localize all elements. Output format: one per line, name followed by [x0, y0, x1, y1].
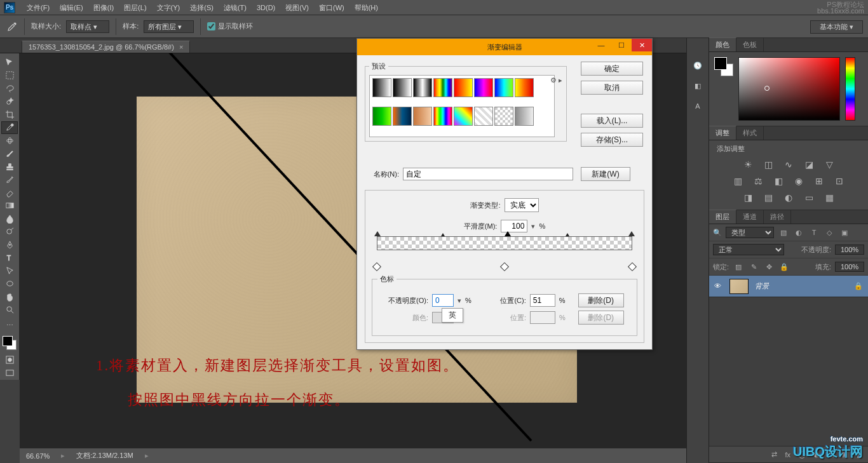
gradient-preset[interactable] [393, 107, 412, 126]
history-panel-icon[interactable]: 🕓 [691, 58, 705, 72]
marquee-tool[interactable] [1, 69, 18, 83]
lock-position-icon[interactable]: ✥ [763, 261, 775, 272]
tab-paths[interactable]: 路径 [764, 210, 791, 224]
color-stop[interactable] [372, 262, 381, 271]
eraser-tool[interactable] [1, 186, 18, 199]
opacity-midpoint[interactable] [566, 233, 569, 236]
move-tool[interactable] [1, 56, 18, 69]
shape-tool[interactable] [1, 278, 18, 291]
invert-icon[interactable]: ◨ [742, 192, 754, 203]
show-sample-ring-checkbox[interactable]: 显示取样环 [207, 22, 253, 31]
delete-stop-button[interactable]: 删除(D) [578, 293, 624, 307]
gradient-preset[interactable] [433, 78, 452, 97]
visibility-icon[interactable]: 👁 [714, 282, 723, 291]
tab-channels[interactable]: 通道 [736, 210, 764, 224]
menu-help[interactable]: 帮助(H) [349, 0, 383, 15]
heal-tool[interactable] [1, 134, 18, 147]
zoom-level[interactable]: 66.67% [26, 452, 50, 460]
minimize-button[interactable]: — [591, 39, 611, 51]
gradient-preset[interactable] [393, 78, 412, 97]
hue-slider[interactable] [845, 57, 855, 121]
menu-image[interactable]: 图像(I) [88, 0, 119, 15]
gradient-bar[interactable] [377, 236, 632, 264]
workspace-switcher[interactable]: 基本功能 ▾ [810, 20, 863, 34]
lasso-tool[interactable] [1, 82, 18, 95]
levels-icon[interactable]: ◫ [763, 159, 774, 170]
menu-layer[interactable]: 图层(L) [119, 0, 151, 15]
lookup-icon[interactable]: ⊡ [834, 175, 845, 187]
save-button[interactable]: 存储(S)... [581, 133, 643, 147]
gradient-preset[interactable] [454, 78, 473, 97]
link-layers-icon[interactable]: ⇄ [771, 450, 777, 459]
brightness-icon[interactable]: ☀ [742, 159, 754, 170]
gradient-type-select[interactable]: 实底 [505, 198, 539, 212]
menu-3d[interactable]: 3D(D) [252, 0, 280, 15]
ime-indicator[interactable]: 英 [442, 308, 463, 323]
document-tab[interactable]: 1576353_130815054_2.jpg @ 66.7%(RGB/8#) … [22, 41, 190, 53]
cancel-button[interactable]: 取消 [581, 81, 643, 95]
smoothness-input[interactable] [501, 220, 527, 232]
gradient-preset[interactable] [474, 78, 493, 97]
edit-toolbar[interactable]: ⋯ [1, 319, 18, 332]
exposure-icon[interactable]: ◪ [803, 159, 815, 170]
tab-adjustments[interactable]: 调整 [709, 126, 736, 140]
character-panel-icon[interactable]: A [691, 99, 705, 113]
sample-size-select[interactable]: 取样点 ▾ [66, 20, 109, 33]
layer-thumbnail[interactable] [729, 279, 749, 294]
gradient-preset[interactable] [433, 107, 452, 126]
dialog-title-bar[interactable]: 渐变编辑器 — ☐ ✕ [357, 39, 652, 55]
color-stop[interactable] [500, 262, 509, 271]
gradient-name-input[interactable] [403, 168, 573, 180]
vibrance-icon[interactable]: ▽ [824, 159, 835, 170]
gradient-preset[interactable] [515, 78, 534, 97]
menu-filter[interactable]: 滤镜(T) [219, 0, 252, 15]
filter-type-icon[interactable]: T [808, 227, 820, 238]
tab-swatches[interactable]: 色板 [736, 38, 764, 51]
panel-color-swatches[interactable] [714, 57, 733, 76]
balance-icon[interactable]: ⚖ [752, 175, 764, 187]
lock-all-icon[interactable]: 🔒 [778, 261, 790, 272]
color-swatches[interactable] [1, 335, 18, 351]
filter-smart-icon[interactable]: ▣ [839, 227, 850, 238]
menu-view[interactable]: 视图(V) [280, 0, 314, 15]
close-button[interactable]: ✕ [632, 39, 652, 51]
hand-tool[interactable] [1, 290, 18, 304]
stop-location-input[interactable] [530, 294, 555, 307]
tab-color[interactable]: 颜色 [709, 37, 736, 51]
new-button[interactable]: 新建(W) [581, 167, 630, 181]
opacity-value[interactable]: 100% [835, 245, 864, 255]
gradient-preset[interactable] [413, 78, 432, 97]
gradient-tool[interactable] [1, 199, 18, 213]
threshold-icon[interactable]: ◐ [783, 192, 794, 203]
brush-tool[interactable] [1, 147, 18, 161]
zoom-tool[interactable] [1, 304, 18, 317]
gradient-preset[interactable] [474, 107, 493, 126]
tab-styles[interactable]: 样式 [736, 126, 764, 140]
status-chevron-icon[interactable]: ▸ [145, 452, 149, 460]
stamp-tool[interactable] [1, 160, 18, 173]
close-icon[interactable]: × [179, 43, 183, 51]
menu-file[interactable]: 文件(F) [22, 0, 55, 15]
type-tool[interactable]: T [1, 252, 18, 265]
layer-name[interactable]: 背景 [755, 281, 769, 291]
screenmode-toggle[interactable] [1, 366, 18, 380]
curves-icon[interactable]: ∿ [783, 159, 794, 170]
quick-select-tool[interactable] [1, 95, 18, 109]
ok-button[interactable]: 确定 [581, 62, 643, 76]
filter-pixel-icon[interactable]: ▧ [778, 227, 789, 238]
posterize-icon[interactable]: ▤ [763, 192, 774, 203]
blend-mode-select[interactable]: 正常 [713, 244, 784, 255]
blur-tool[interactable] [1, 212, 18, 225]
tab-layers[interactable]: 图层 [709, 210, 736, 224]
foreground-swatch[interactable] [3, 336, 13, 346]
saturation-picker[interactable] [738, 57, 840, 121]
sample-from-select[interactable]: 所有图层 ▾ [144, 20, 194, 33]
gradmap-icon[interactable]: ▭ [803, 192, 815, 203]
hue-icon[interactable]: ▥ [732, 175, 743, 187]
lock-pixels-icon[interactable]: ▨ [733, 261, 744, 272]
gradient-preset[interactable] [494, 107, 513, 126]
gradient-preset[interactable] [372, 107, 391, 126]
layer-style-icon[interactable]: fx [785, 451, 790, 459]
crop-tool[interactable] [1, 108, 18, 121]
menu-select[interactable]: 选择(S) [185, 0, 219, 15]
